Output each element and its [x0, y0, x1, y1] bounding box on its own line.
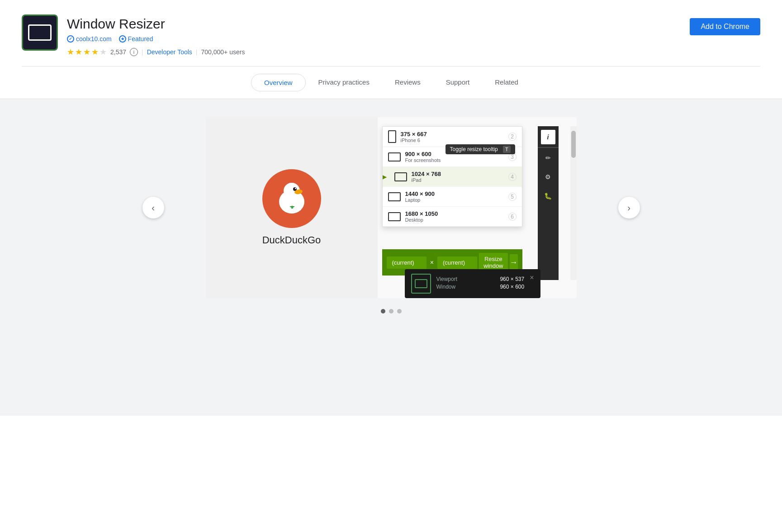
icon-inner	[28, 24, 52, 41]
resize-dims: 1024 × 768	[412, 171, 508, 177]
screenshot-container: DuckDuckGo Toggle resize tooltip	[164, 117, 618, 298]
extension-title: Window Resizer	[67, 16, 245, 32]
resize-num: 2	[508, 133, 517, 141]
ddg-duck-svg	[271, 178, 312, 219]
resize-info: 1680 × 1050 Desktop	[405, 210, 508, 223]
resize-list: 375 × 667 iPhone 6 2 900 × 600 Fo	[383, 127, 522, 227]
ddg-label: DuckDuckGo	[262, 234, 321, 246]
ddg-area: DuckDuckGo	[206, 117, 378, 298]
add-to-chrome-button[interactable]: Add to Chrome	[690, 18, 760, 35]
verified-icon: ✓	[67, 35, 74, 43]
icon-divider	[538, 147, 559, 148]
resize-dims: 375 × 667	[401, 131, 508, 138]
stars: ★ ★ ★ ★ ★	[67, 47, 107, 57]
scrollbar[interactable]	[570, 126, 577, 280]
tab-support[interactable]: Support	[433, 74, 483, 91]
resize-info: 1440 × 900 Laptop	[405, 190, 508, 203]
author-name: coolx10.com	[76, 35, 112, 43]
nav-tabs: Overview Privacy practices Reviews Suppo…	[0, 66, 782, 99]
height-input[interactable]	[437, 256, 477, 269]
rating-count: 2,537	[110, 48, 126, 56]
desktop-icon	[388, 192, 401, 201]
screenshot-frame: DuckDuckGo Toggle resize tooltip	[206, 117, 577, 298]
desktop-icon	[388, 152, 401, 162]
next-arrow-button[interactable]: ›	[618, 197, 640, 218]
star-2: ★	[75, 47, 82, 57]
tooltip-bubble: Toggle resize tooltip	[446, 144, 515, 154]
resize-label: Desktop	[405, 217, 508, 223]
resize-confirm-button[interactable]: →	[510, 254, 518, 271]
star-5: ★	[100, 47, 107, 57]
divider: |	[142, 48, 143, 56]
rating-row: ★ ★ ★ ★ ★ 2,537 i | Developer Tools | 70…	[67, 47, 245, 57]
resize-label: iPad	[412, 177, 508, 183]
desktop-icon	[394, 172, 407, 181]
extension-meta: ✓ coolx10.com ★ Featured	[67, 35, 245, 43]
svg-rect-7	[291, 206, 293, 209]
page-header: Window Resizer ✓ coolx10.com ★ Featured …	[0, 0, 782, 66]
active-indicator: ▶	[383, 174, 387, 180]
resize-num: 6	[508, 213, 517, 221]
resize-info: 375 × 667 iPhone 6	[401, 131, 508, 143]
width-input[interactable]	[387, 256, 427, 269]
featured-label: Featured	[128, 35, 153, 43]
window-row: Window 960 × 600	[436, 284, 525, 290]
times-symbol: ×	[428, 259, 436, 266]
author-link[interactable]: ✓ coolx10.com	[67, 35, 112, 43]
rating-info-icon[interactable]: i	[130, 48, 138, 56]
resize-panel: 375 × 667 iPhone 6 2 900 × 600 Fo	[382, 126, 522, 227]
extension-icon	[22, 14, 58, 51]
desktop-icon	[388, 212, 401, 221]
screenshot-viewer: ‹	[142, 117, 640, 298]
scrollbar-thumb[interactable]	[571, 131, 576, 158]
viewport-label: Viewport	[436, 276, 457, 282]
resize-info: 1024 × 768 iPad	[412, 171, 508, 183]
slide-dots	[0, 309, 782, 314]
featured-badge: ★ Featured	[119, 35, 153, 43]
resize-dims: 1440 × 900	[405, 190, 508, 197]
resize-label: Laptop	[405, 197, 508, 203]
resize-num: 5	[508, 193, 517, 201]
dot-2[interactable]	[389, 309, 393, 314]
star-3: ★	[83, 47, 90, 57]
featured-icon: ★	[119, 35, 126, 43]
prev-arrow-button[interactable]: ‹	[142, 197, 164, 218]
viewport-row: Viewport 960 × 537	[436, 276, 525, 282]
divider2: |	[196, 48, 198, 56]
edit-icon-button[interactable]: ✏	[539, 149, 557, 167]
ddg-logo-circle	[262, 169, 321, 228]
viewport-icon	[411, 274, 431, 294]
users-count: 700,000+ users	[201, 48, 245, 56]
tab-reviews[interactable]: Reviews	[382, 74, 433, 91]
info-icon-button[interactable]: i	[541, 130, 555, 144]
window-value: 960 × 600	[500, 284, 524, 290]
list-item[interactable]: 1680 × 1050 Desktop 6	[383, 207, 522, 227]
extension-info: Window Resizer ✓ coolx10.com ★ Featured …	[67, 14, 245, 57]
tab-privacy[interactable]: Privacy practices	[306, 74, 382, 91]
viewport-value1: 960 × 537	[500, 276, 524, 282]
viewport-close-button[interactable]: ×	[530, 274, 534, 282]
dot-3[interactable]	[397, 309, 402, 314]
header-left: Window Resizer ✓ coolx10.com ★ Featured …	[22, 14, 245, 57]
tab-related[interactable]: Related	[482, 74, 531, 91]
tab-overview[interactable]: Overview	[251, 74, 306, 91]
phone-icon	[388, 130, 396, 143]
list-item-active[interactable]: ▶ 1024 × 768 iPad 4	[383, 167, 522, 187]
resize-label: iPhone 6	[401, 138, 508, 143]
window-label: Window	[436, 284, 456, 290]
viewport-bar: Viewport 960 × 537 Window 960 × 600 ×	[405, 269, 540, 298]
svg-point-3	[295, 188, 296, 189]
list-item[interactable]: 1440 × 900 Laptop 5	[383, 187, 522, 207]
extension-panel-area: Toggle resize tooltip 375 × 667 iPhone 6	[378, 117, 577, 298]
resize-label: For screenshots	[405, 157, 508, 163]
category-link[interactable]: Developer Tools	[147, 48, 192, 56]
dot-1[interactable]	[381, 309, 385, 314]
bug-icon-button[interactable]: 🐛	[539, 187, 557, 205]
side-icons-panel: i ✏ ⚙ 🐛	[538, 126, 559, 280]
viewport-info: Viewport 960 × 537 Window 960 × 600	[436, 276, 525, 291]
resize-dims: 1680 × 1050	[405, 210, 508, 217]
settings-icon-button[interactable]: ⚙	[539, 168, 557, 186]
content-area: ‹	[0, 99, 782, 416]
tooltip-text: Toggle resize tooltip	[450, 146, 498, 152]
viewport-icon-inner	[415, 279, 427, 288]
